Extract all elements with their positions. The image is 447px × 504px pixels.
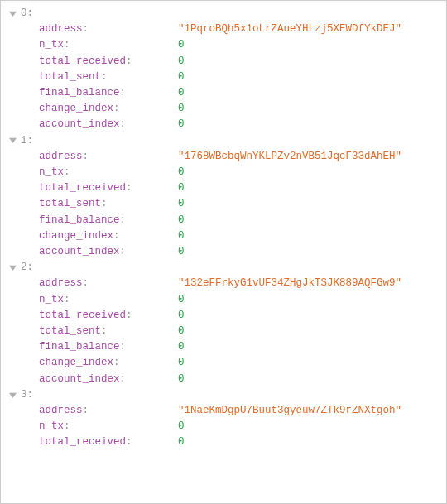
property-row[interactable]: n_tx:0 [4,37,443,53]
property-value: 0 [178,372,443,387]
property-key: change_index: [21,355,178,371]
property-value: 0 [178,196,443,212]
property-row[interactable]: n_tx:0 [4,292,443,308]
property-row[interactable]: account_index:0 [4,244,443,260]
property-key: total_sent: [21,70,178,85]
property-key: final_balance: [21,213,178,228]
property-key: change_index: [21,228,178,244]
property-row[interactable]: final_balance:0 [4,339,443,355]
property-value: 0 [178,419,443,434]
property-key: total_received: [21,180,178,196]
property-key: account_index: [21,117,178,132]
array-index-label: 3: [21,387,443,403]
property-row[interactable]: address:"1768WBcbqWnYKLPZv2nVB51JqcF33dA… [4,149,443,165]
array-index-label: 2: [21,260,443,276]
property-value: 0 [178,355,443,371]
property-key: n_tx: [21,292,178,308]
property-value: "1NaeKmDgpU7Buut3gyeuw7ZTk9rZNXtgoh" [178,403,443,419]
property-key: account_index: [21,372,178,387]
property-key: total_received: [21,54,178,70]
property-row[interactable]: final_balance:0 [4,85,443,101]
array-item-header[interactable]: 3: [4,387,443,403]
property-row[interactable]: n_tx:0 [4,165,443,180]
property-row[interactable]: total_received:0 [4,54,443,70]
property-key: total_received: [21,434,178,450]
array-item-header[interactable]: 0: [4,6,443,22]
property-row[interactable]: account_index:0 [4,372,443,387]
property-key: address: [21,149,178,165]
property-value: 0 [178,37,443,53]
property-row[interactable]: n_tx:0 [4,419,443,434]
property-value: 0 [178,339,443,355]
property-value: "1768WBcbqWnYKLPZv2nVB51JqcF33dAhEH" [178,149,443,165]
array-index-label: 1: [21,133,443,149]
property-row[interactable]: address:"1PqroBQh5x1oLrZAueYHLzj5XEWDfYk… [4,22,443,37]
caret-down-icon[interactable] [4,133,21,149]
json-tree-viewer: 0:address:"1PqroBQh5x1oLrZAueYHLzj5XEWDf… [4,6,443,451]
property-value: 0 [178,308,443,324]
property-value: "132eFFrkyG1vUF34ZHgJkTSJK889AQFGw9" [178,276,443,291]
property-value: 0 [178,85,443,101]
property-row[interactable]: change_index:0 [4,355,443,371]
property-value: 0 [178,244,443,260]
property-row[interactable]: address:"1NaeKmDgpU7Buut3gyeuw7ZTk9rZNXt… [4,403,443,419]
property-value: 0 [178,101,443,117]
property-value: 0 [178,180,443,196]
property-row[interactable]: total_sent:0 [4,324,443,339]
property-key: account_index: [21,244,178,260]
property-row[interactable]: change_index:0 [4,228,443,244]
property-key: n_tx: [21,37,178,53]
property-key: address: [21,22,178,37]
property-row[interactable]: change_index:0 [4,101,443,117]
caret-down-icon[interactable] [4,387,21,403]
property-value: 0 [178,324,443,339]
property-value: 0 [178,292,443,308]
property-row[interactable]: account_index:0 [4,117,443,132]
property-value: 0 [178,165,443,180]
property-key: total_sent: [21,196,178,212]
property-key: n_tx: [21,419,178,434]
caret-down-icon[interactable] [4,6,21,22]
property-row[interactable]: total_sent:0 [4,70,443,85]
property-value: 0 [178,434,443,450]
property-value: 0 [178,54,443,70]
property-row[interactable]: total_sent:0 [4,196,443,212]
property-row[interactable]: total_received:0 [4,434,443,450]
property-value: 0 [178,228,443,244]
caret-down-icon[interactable] [4,260,21,276]
property-value: 0 [178,70,443,85]
array-item-header[interactable]: 1: [4,133,443,149]
property-key: total_received: [21,308,178,324]
property-row[interactable]: total_received:0 [4,308,443,324]
property-row[interactable]: final_balance:0 [4,213,443,228]
property-key: final_balance: [21,339,178,355]
property-value: "1PqroBQh5x1oLrZAueYHLzj5XEWDfYkDEJ" [178,22,443,37]
property-key: address: [21,403,178,419]
property-row[interactable]: total_received:0 [4,180,443,196]
array-item-header[interactable]: 2: [4,260,443,276]
property-key: final_balance: [21,85,178,101]
property-row[interactable]: address:"132eFFrkyG1vUF34ZHgJkTSJK889AQF… [4,276,443,291]
property-value: 0 [178,213,443,228]
property-key: n_tx: [21,165,178,180]
array-index-label: 0: [21,6,443,22]
property-key: total_sent: [21,324,178,339]
property-key: change_index: [21,101,178,117]
property-value: 0 [178,117,443,132]
property-key: address: [21,276,178,291]
